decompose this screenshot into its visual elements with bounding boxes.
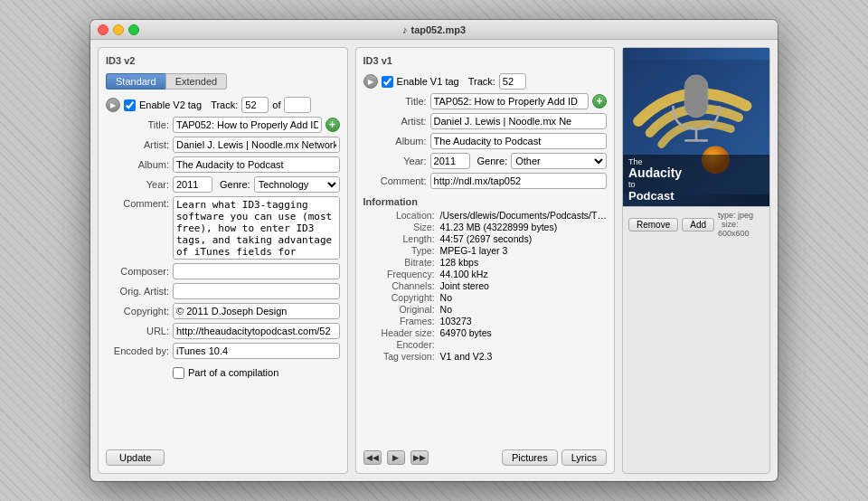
- url-row: URL:: [106, 323, 340, 339]
- location-key: Location:: [363, 210, 440, 221]
- location-val: /Users/dlewis/Documents/Podcasts/T…: [440, 210, 607, 221]
- size-key: Size:: [363, 222, 440, 232]
- original-key: Original:: [363, 304, 440, 315]
- genre-v2-select[interactable]: Technology Other Pop Rock: [254, 176, 340, 193]
- close-button[interactable]: [98, 24, 108, 35]
- title-v1-row: Title: +: [363, 93, 607, 109]
- id3v2-panel: ID3 v2 Standard Extended ▶ Enable V2 tag…: [98, 47, 348, 474]
- bitrate-key: Bitrate:: [363, 257, 440, 268]
- original-val: No: [440, 304, 607, 315]
- artist-v2-row: Artist:: [106, 137, 340, 153]
- composer-input[interactable]: [173, 263, 340, 279]
- encoder-val: [440, 339, 607, 350]
- cover-panel: The Audacity to Podcast Remove Add type:…: [622, 47, 770, 474]
- year-v1-input[interactable]: [430, 153, 470, 169]
- length-key: Length:: [363, 233, 440, 244]
- year-genre-v2-row: Year: Genre: Technology Other Pop Rock: [106, 176, 340, 193]
- rewind-button[interactable]: ◀◀: [363, 450, 382, 465]
- album-v1-row: Album:: [363, 133, 607, 149]
- copyright-val: No: [440, 292, 607, 303]
- genre-v1-select[interactable]: Other Technology Pop: [511, 153, 607, 169]
- lyrics-button[interactable]: Lyrics: [561, 449, 607, 466]
- year-genre-v1-row: Year: Genre: Other Technology Pop: [363, 153, 607, 169]
- size-val: 41.23 MB (43228999 bytes): [440, 222, 607, 232]
- compilation-row: Part of a compilation: [106, 364, 340, 381]
- update-button[interactable]: Update: [106, 449, 165, 466]
- copyright-v2-row: Copyright:: [106, 303, 340, 319]
- play-button[interactable]: ▶: [387, 450, 405, 465]
- bitrate-val: 128 kbps: [440, 257, 607, 268]
- comment-v2-textarea[interactable]: Learn what ID3-tagging software you can …: [173, 196, 340, 260]
- comment-v1-input[interactable]: [430, 173, 607, 189]
- length-val: 44:57 (2697 seconds): [440, 233, 607, 244]
- info-title: Information: [363, 196, 607, 207]
- info-section: Information Location: /Users/dlewis/Docu…: [363, 196, 607, 362]
- action-buttons: Pictures Lyrics: [502, 449, 607, 466]
- svg-rect-1: [684, 75, 708, 118]
- artist-v2-input[interactable]: [173, 137, 340, 153]
- tag-version-key: Tag version:: [363, 351, 440, 362]
- enable-v2-row: ▶ Enable V2 tag Track: of: [106, 97, 340, 113]
- id3v1-title: ID3 v1: [363, 55, 607, 66]
- orig-artist-input[interactable]: [173, 283, 340, 299]
- track-v2-total[interactable]: [284, 97, 311, 113]
- artist-v1-input[interactable]: [430, 113, 607, 129]
- window-title: ♪ tap052.mp3: [402, 24, 466, 35]
- cover-bottom: Remove Add type: jpeg size: 600x600: [623, 206, 769, 241]
- play-icon[interactable]: ▶: [106, 98, 120, 112]
- copyright-v2-input[interactable]: [173, 303, 340, 319]
- add-title-v1-button[interactable]: +: [592, 94, 607, 109]
- add-title-button[interactable]: +: [326, 118, 340, 132]
- info-grid: Location: /Users/dlewis/Documents/Podcas…: [363, 210, 607, 362]
- frames-key: Frames:: [363, 316, 440, 326]
- encoded-input[interactable]: [173, 343, 340, 359]
- remove-cover-button[interactable]: Remove: [628, 218, 678, 232]
- orig-artist-row: Orig. Artist:: [106, 283, 340, 299]
- compilation-checkbox[interactable]: Part of a compilation: [173, 367, 278, 379]
- title-v2-input[interactable]: [173, 117, 322, 133]
- copyright-key: Copyright:: [363, 292, 440, 303]
- add-cover-button[interactable]: Add: [682, 218, 714, 232]
- audacity-label: Audacity: [628, 166, 764, 180]
- id3v2-title: ID3 v2: [106, 55, 340, 66]
- header-key: Header size:: [363, 327, 440, 338]
- track-v2-input[interactable]: [241, 97, 269, 113]
- header-val: 64970 bytes: [440, 327, 607, 338]
- channels-val: Joint stereo: [440, 280, 607, 291]
- compilation-input[interactable]: [173, 367, 184, 379]
- composer-row: Composer:: [106, 263, 340, 279]
- enable-v2-checkbox[interactable]: Enable V2 tag: [124, 99, 202, 111]
- comment-v2-row: Comment: Learn what ID3-tagging software…: [106, 196, 340, 260]
- album-v2-row: Album:: [106, 156, 340, 173]
- titlebar: ♪ tap052.mp3: [90, 20, 778, 40]
- encoder-key: Encoder:: [363, 339, 440, 350]
- url-input[interactable]: [173, 323, 340, 339]
- encoded-row: Encoded by:: [106, 343, 340, 359]
- enable-v1-input[interactable]: [382, 76, 393, 88]
- tab-extended[interactable]: Extended: [165, 73, 227, 90]
- minimize-button[interactable]: [113, 24, 124, 35]
- play-v1-icon[interactable]: ▶: [363, 74, 378, 89]
- main-window: ♪ tap052.mp3 ID3 v2 Standard Extended ▶ …: [90, 20, 778, 481]
- music-icon: ♪: [402, 24, 408, 35]
- tag-version-val: V1 and V2.3: [440, 351, 607, 362]
- playback-controls: ◀◀ ▶ ▶▶: [363, 450, 429, 465]
- title-v1-input[interactable]: [430, 93, 589, 109]
- frames-val: 103273: [440, 316, 607, 326]
- album-v1-input[interactable]: [430, 133, 607, 149]
- pictures-button[interactable]: Pictures: [502, 449, 558, 466]
- podcast-cover: The Audacity to Podcast: [623, 48, 769, 206]
- year-v2-input[interactable]: [173, 176, 212, 193]
- album-v2-input[interactable]: [173, 156, 340, 173]
- comment-v1-row: Comment:: [363, 173, 607, 189]
- track-v1-input[interactable]: [499, 73, 526, 90]
- cover-info: type: jpeg size: 600x600: [718, 211, 764, 238]
- type-key: Type:: [363, 245, 440, 256]
- enable-v2-input[interactable]: [124, 99, 136, 111]
- tab-group: Standard Extended: [106, 73, 340, 90]
- traffic-lights: [98, 24, 139, 35]
- forward-button[interactable]: ▶▶: [410, 450, 429, 465]
- tab-standard[interactable]: Standard: [106, 73, 165, 90]
- maximize-button[interactable]: [128, 24, 139, 35]
- enable-v1-checkbox[interactable]: Enable V1 tag: [382, 76, 459, 88]
